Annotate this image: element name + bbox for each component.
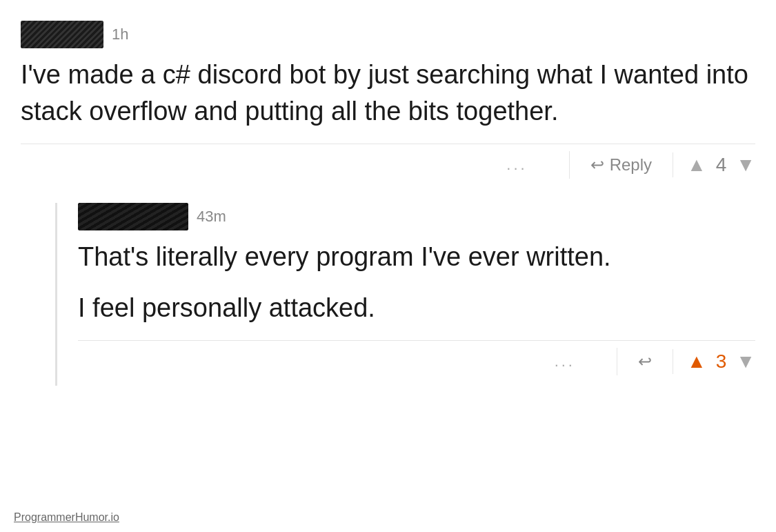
reply-action-bar: ... ↩ ▲ 3 ▼ [78, 340, 755, 382]
reply-vote-count: 3 [716, 351, 727, 373]
vote-group: ▲ 4 ▼ [687, 154, 755, 176]
comment-header: 1h [21, 21, 755, 48]
reply-vote-group: ▲ 3 ▼ [687, 351, 755, 373]
reply-avatar [78, 203, 188, 230]
comment-text: I've made a c# discord bot by just searc… [21, 57, 755, 130]
more-options-dots[interactable]: ... [506, 156, 527, 174]
original-comment: 1h I've made a c# discord bot by just se… [21, 21, 755, 196]
reply-more-options-dots[interactable]: ... [555, 353, 575, 371]
downvote-button[interactable]: ▼ [736, 154, 755, 176]
reply-timestamp: 43m [197, 208, 226, 226]
reply-reply-arrow-icon: ↩ [638, 352, 652, 371]
action-bar: ... ↩ Reply ▲ 4 ▼ [21, 144, 755, 186]
upvote-button[interactable]: ▲ [687, 154, 706, 176]
page-wrapper: 1h I've made a c# discord bot by just se… [0, 0, 776, 532]
vote-count: 4 [716, 154, 727, 176]
reply-comment-header: 43m [78, 203, 755, 230]
reply-upvote-button[interactable]: ▲ [687, 351, 706, 373]
reply-label: Reply [610, 155, 652, 175]
reply-comment: 43m That's literally every program I've … [55, 203, 755, 385]
timestamp: 1h [112, 26, 128, 43]
reply-reply-button[interactable]: ↩ [631, 349, 673, 374]
reply-text-line2: I feel personally attacked. [78, 290, 755, 326]
reply-divider [617, 348, 617, 375]
reply-downvote-button[interactable]: ▼ [736, 351, 755, 373]
reply-button[interactable]: ↩ Reply [584, 152, 673, 177]
reply-arrow-icon: ↩ [590, 155, 604, 175]
avatar [21, 21, 103, 48]
reply-text-line1: That's literally every program I've ever… [78, 239, 755, 275]
divider [569, 151, 570, 179]
footer-brand: ProgrammerHumor.io [14, 511, 119, 524]
